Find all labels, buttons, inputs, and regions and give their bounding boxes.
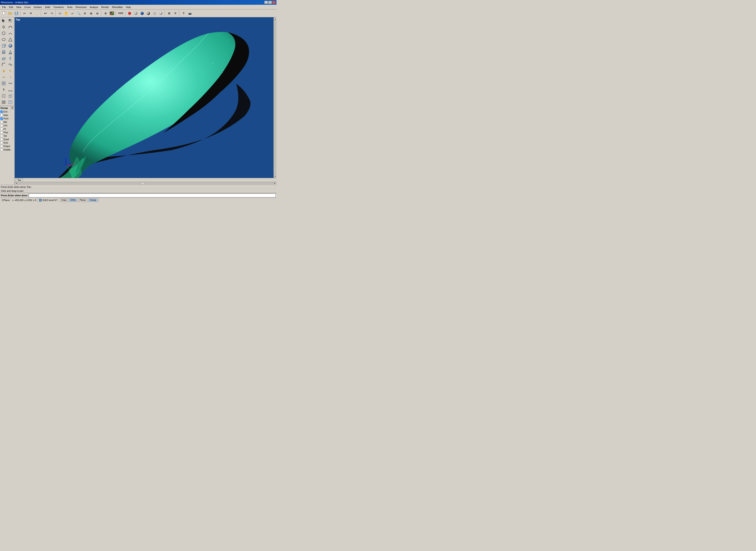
- command-input-field[interactable]: [29, 193, 276, 197]
- viewport-3d[interactable]: Top: [15, 17, 274, 178]
- scroll-track-h[interactable]: [18, 182, 274, 185]
- ellipse-button[interactable]: [0, 36, 7, 43]
- menu-item-surface[interactable]: Surface: [32, 5, 43, 9]
- osnap-checkbox-quad[interactable]: [0, 138, 3, 140]
- trim-button[interactable]: [7, 80, 14, 86]
- circle-button[interactable]: [0, 30, 7, 36]
- cut-button[interactable]: ✂: [22, 10, 28, 16]
- maximize-button[interactable]: □: [268, 1, 272, 4]
- hide-button[interactable]: HIDE: [117, 10, 124, 16]
- curve-button[interactable]: [7, 24, 14, 30]
- minimize-button[interactable]: _: [264, 1, 268, 4]
- rotate-view-button[interactable]: ⤾: [69, 10, 75, 16]
- blend-button[interactable]: [7, 61, 14, 68]
- dim-button[interactable]: [7, 87, 14, 93]
- menu-item-help[interactable]: Help: [125, 5, 132, 9]
- planar-button[interactable]: Planar: [78, 198, 87, 202]
- redo-button[interactable]: [49, 10, 55, 16]
- snap-button[interactable]: Snap: [60, 198, 68, 202]
- menu-item-transform[interactable]: Transform: [52, 5, 65, 9]
- paste-button[interactable]: 📋: [34, 10, 40, 16]
- osnap-checkbox-int[interactable]: [0, 128, 3, 130]
- scroll-track-v[interactable]: [274, 20, 277, 175]
- box-3d-button[interactable]: [0, 43, 7, 49]
- menu-item-tools[interactable]: Tools: [66, 5, 74, 9]
- revolve-button[interactable]: [7, 55, 14, 61]
- sphere-button[interactable]: [7, 43, 14, 49]
- scroll-left-button[interactable]: ◄: [15, 182, 18, 185]
- menu-item-render[interactable]: Render: [100, 5, 110, 9]
- mirror-button[interactable]: ⇌: [0, 74, 7, 80]
- scroll-right-button[interactable]: ►: [274, 182, 277, 185]
- lights-button[interactable]: [151, 10, 158, 16]
- material-ball3[interactable]: [145, 10, 151, 16]
- camera-button[interactable]: 📷: [187, 10, 193, 16]
- menu-item-rhinoman[interactable]: RhinoMan: [111, 5, 124, 9]
- zoom-out-button[interactable]: ⊖: [94, 10, 100, 16]
- render-settings-button[interactable]: ⚙: [172, 10, 178, 16]
- osnap-checkbox-cen[interactable]: [0, 124, 3, 127]
- open-button[interactable]: [7, 10, 13, 16]
- ortho-button[interactable]: Ortho: [69, 198, 77, 202]
- cone-button[interactable]: [7, 49, 14, 55]
- move-button[interactable]: ⊕: [0, 68, 7, 74]
- material-ball1[interactable]: [133, 10, 139, 16]
- extrude-button[interactable]: [0, 55, 7, 61]
- properties-button[interactable]: [7, 99, 14, 105]
- select-arrow-button[interactable]: [0, 18, 7, 24]
- points-button[interactable]: [0, 24, 7, 30]
- new-button[interactable]: [1, 10, 7, 16]
- zoom-window-button[interactable]: ⊟: [82, 10, 88, 16]
- osnap-checkbox-point[interactable]: [0, 117, 3, 120]
- rendered-view-button[interactable]: [109, 10, 115, 16]
- help-button[interactable]: ?: [180, 10, 186, 16]
- viewport-layout-button[interactable]: ⊞: [103, 10, 109, 16]
- sel-color-button[interactable]: [126, 10, 133, 16]
- triangle-button[interactable]: [7, 36, 14, 43]
- viewport-vscrollbar[interactable]: ▲ ▼: [274, 17, 277, 178]
- hatch-button[interactable]: [0, 93, 7, 99]
- pan-button[interactable]: ✋: [63, 10, 69, 16]
- osnap-checkbox-tan[interactable]: [0, 135, 3, 137]
- osnap-checkbox-project[interactable]: [0, 145, 3, 147]
- osnap-checkbox-mid[interactable]: [0, 121, 3, 123]
- select-box-button[interactable]: [7, 18, 14, 24]
- osnap-checkbox-perp[interactable]: [0, 131, 3, 134]
- menu-item-solid[interactable]: Solid: [44, 5, 51, 9]
- block-button[interactable]: [7, 93, 14, 99]
- osnap-checkbox-disable[interactable]: [0, 148, 3, 151]
- osnap-button[interactable]: Osnap: [88, 198, 97, 202]
- menu-item-dimension[interactable]: Dimension: [74, 5, 88, 9]
- layer-manager-button[interactable]: [0, 99, 7, 105]
- text-button[interactable]: T: [0, 87, 7, 93]
- close-button[interactable]: ✕: [272, 1, 276, 4]
- scroll-down-button[interactable]: ▼: [274, 175, 277, 178]
- scale-button[interactable]: ⤡: [7, 74, 14, 80]
- menu-item-file[interactable]: File: [1, 5, 7, 9]
- zoom-in-button[interactable]: ⊕: [88, 10, 94, 16]
- settings-button[interactable]: ⚙: [166, 10, 172, 16]
- menu-item-edit[interactable]: Edit: [8, 5, 14, 9]
- osnap-close-button[interactable]: ✕: [11, 106, 14, 109]
- viewport-hscrollbar[interactable]: ◄ ►: [15, 182, 277, 185]
- rotate-button[interactable]: ↻: [7, 68, 14, 74]
- osnap-checkbox-knot[interactable]: [0, 142, 3, 144]
- scroll-up-button[interactable]: ▲: [274, 17, 277, 20]
- osnap-checkbox-near[interactable]: [0, 114, 3, 116]
- array-button[interactable]: [0, 80, 7, 86]
- save-button[interactable]: [13, 10, 19, 16]
- menu-item-analyze[interactable]: Analyze: [88, 5, 99, 9]
- copy-button[interactable]: ⧉: [28, 10, 34, 16]
- render-sphere[interactable]: [158, 10, 164, 16]
- arc-button[interactable]: [7, 30, 14, 36]
- fillet-button[interactable]: [0, 61, 7, 68]
- cylinder-button[interactable]: [0, 49, 7, 55]
- zoom-button[interactable]: 🔍: [76, 10, 82, 16]
- scroll-thumb-h[interactable]: [140, 182, 145, 185]
- menu-item-view[interactable]: View: [15, 5, 23, 9]
- material-ball2[interactable]: [139, 10, 145, 16]
- osnap-checkbox-end[interactable]: [0, 110, 3, 113]
- menu-item-curve[interactable]: Curve: [23, 5, 32, 9]
- undo-button[interactable]: ↩: [42, 10, 48, 16]
- select-mode-button[interactable]: ⊹: [57, 10, 63, 16]
